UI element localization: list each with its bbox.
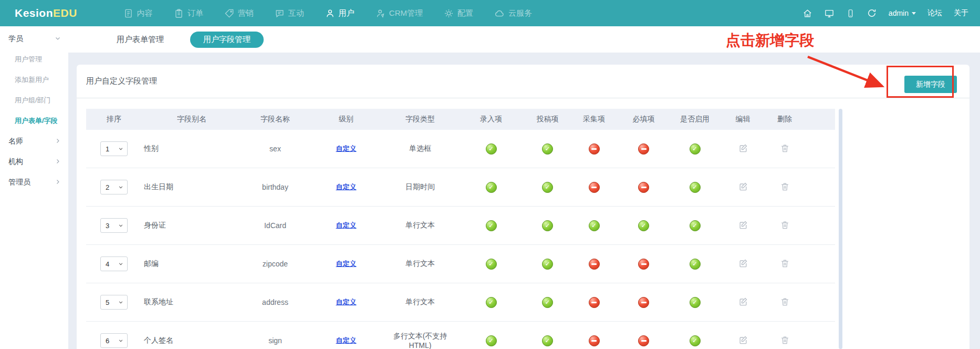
field-name: birthday xyxy=(242,168,309,207)
check-circle-icon[interactable] xyxy=(690,182,701,193)
edit-icon[interactable] xyxy=(738,181,748,192)
sort-value: 2 xyxy=(106,183,109,191)
check-circle-icon[interactable] xyxy=(542,220,553,231)
trash-icon[interactable] xyxy=(780,220,790,230)
column-header-alias: 字段别名 xyxy=(142,109,242,130)
check-circle-icon[interactable] xyxy=(486,182,497,193)
check-circle-icon[interactable] xyxy=(486,335,497,346)
minus-circle-icon[interactable] xyxy=(638,143,649,155)
nav-item-users[interactable]: 用户 xyxy=(325,8,355,18)
check-circle-icon[interactable] xyxy=(690,220,701,231)
check-circle-icon[interactable] xyxy=(542,143,553,155)
minus-circle-icon[interactable] xyxy=(589,335,600,346)
tab-user-form-management[interactable]: 用户表单管理 xyxy=(117,35,164,45)
sort-value: 5 xyxy=(106,299,109,306)
refresh-icon[interactable] xyxy=(867,8,877,18)
edit-icon[interactable] xyxy=(738,335,748,345)
minus-circle-icon[interactable] xyxy=(589,297,600,308)
check-circle-icon[interactable] xyxy=(486,259,497,270)
minus-circle-icon[interactable] xyxy=(589,259,600,270)
trash-icon[interactable] xyxy=(780,181,790,192)
trash-icon[interactable] xyxy=(780,296,790,307)
forum-link[interactable]: 论坛 xyxy=(927,8,942,18)
level-link[interactable]: 自定义 xyxy=(336,221,357,229)
check-circle-icon[interactable] xyxy=(542,335,553,346)
column-header-submit: 投稿项 xyxy=(525,109,570,130)
sort-order-select[interactable]: 1 xyxy=(100,141,128,156)
level-link[interactable]: 自定义 xyxy=(336,260,357,268)
sidebar-group-organization[interactable]: 机构 xyxy=(0,151,68,172)
sidebar-group-teacher[interactable]: 名师 xyxy=(0,131,68,151)
sort-order-select[interactable]: 2 xyxy=(100,180,128,194)
tab-user-field-management[interactable]: 用户字段管理 xyxy=(190,32,264,48)
mobile-icon[interactable] xyxy=(846,8,855,18)
sidebar-item-user-management[interactable]: 用户管理 xyxy=(0,49,68,69)
minus-circle-icon[interactable] xyxy=(638,259,649,270)
monitor-icon[interactable] xyxy=(824,8,835,18)
username: admin xyxy=(889,9,909,17)
nav-item-cloud[interactable]: 云服务 xyxy=(494,8,532,18)
minus-circle-icon[interactable] xyxy=(638,335,649,346)
nav-item-marketing[interactable]: 营销 xyxy=(224,8,254,18)
about-link[interactable]: 关于 xyxy=(954,8,968,18)
nav-item-orders[interactable]: 订单 xyxy=(174,8,203,18)
sidebar-item-user-group[interactable]: 用户组/部门 xyxy=(0,90,68,110)
check-circle-icon[interactable] xyxy=(542,182,553,193)
sort-order-select[interactable]: 5 xyxy=(100,295,128,310)
check-circle-icon[interactable] xyxy=(486,143,497,155)
nav-item-content[interactable]: 内容 xyxy=(123,8,153,18)
column-header-edit: 编辑 xyxy=(721,109,765,130)
level-link[interactable]: 自定义 xyxy=(336,183,357,191)
user-menu[interactable]: admin xyxy=(889,9,916,17)
chevron-down-icon xyxy=(118,222,123,230)
home-icon[interactable] xyxy=(802,8,812,18)
level-link[interactable]: 自定义 xyxy=(336,145,357,152)
nav-item-interaction[interactable]: 互动 xyxy=(275,8,304,18)
sidebar-group-administrator[interactable]: 管理员 xyxy=(0,172,68,192)
field-type: 单行文本 xyxy=(383,207,457,245)
trash-icon[interactable] xyxy=(780,143,790,153)
sidebar: 学员 用户管理 添加新用户 用户组/部门 用户表单/字段 名师 机构 管理员 xyxy=(0,26,68,349)
trash-icon[interactable] xyxy=(780,258,790,269)
check-circle-icon[interactable] xyxy=(690,259,701,270)
sort-order-select[interactable]: 3 xyxy=(100,218,128,233)
sort-value: 6 xyxy=(106,337,109,345)
level-link[interactable]: 自定义 xyxy=(336,336,357,344)
nav-label: 用户 xyxy=(339,8,355,18)
table-row: 4 邮编 zipcode 自定义 单行文本 xyxy=(86,245,835,283)
table-row: 5 联系地址 address 自定义 单行文本 xyxy=(86,283,835,322)
edit-icon[interactable] xyxy=(738,258,748,269)
nav-item-crm[interactable]: CRM管理 xyxy=(376,8,423,18)
nav-item-settings[interactable]: 配置 xyxy=(444,8,473,18)
check-circle-icon[interactable] xyxy=(486,297,497,308)
check-circle-icon[interactable] xyxy=(638,220,649,231)
field-name: sign xyxy=(242,322,309,349)
chevron-down-icon xyxy=(118,260,123,268)
page-title: 用户自定义字段管理 xyxy=(86,76,157,86)
edit-icon[interactable] xyxy=(738,143,748,153)
sidebar-group-student[interactable]: 学员 xyxy=(0,28,68,49)
trash-icon[interactable] xyxy=(780,335,790,345)
app-logo[interactable]: KesionEDU xyxy=(15,7,77,19)
sidebar-item-user-form-fields[interactable]: 用户表单/字段 xyxy=(0,110,68,131)
minus-circle-icon[interactable] xyxy=(638,182,649,193)
minus-circle-icon[interactable] xyxy=(589,143,600,155)
sort-order-select[interactable]: 4 xyxy=(100,256,128,271)
level-link[interactable]: 自定义 xyxy=(336,298,357,306)
sort-order-select[interactable]: 6 xyxy=(100,333,128,348)
check-circle-icon[interactable] xyxy=(542,259,553,270)
check-circle-icon[interactable] xyxy=(690,143,701,155)
edit-icon[interactable] xyxy=(738,296,748,307)
edit-icon[interactable] xyxy=(738,220,748,230)
sidebar-item-add-user[interactable]: 添加新用户 xyxy=(0,69,68,90)
check-circle-icon[interactable] xyxy=(690,335,701,346)
minus-circle-icon[interactable] xyxy=(638,297,649,308)
check-circle-icon[interactable] xyxy=(542,297,553,308)
check-circle-icon[interactable] xyxy=(690,297,701,308)
minus-circle-icon[interactable] xyxy=(589,182,600,193)
scrollbar[interactable] xyxy=(839,109,842,349)
nav-label: CRM管理 xyxy=(389,8,423,18)
check-circle-icon[interactable] xyxy=(589,220,600,231)
nav-label: 订单 xyxy=(187,8,203,18)
check-circle-icon[interactable] xyxy=(486,220,497,231)
